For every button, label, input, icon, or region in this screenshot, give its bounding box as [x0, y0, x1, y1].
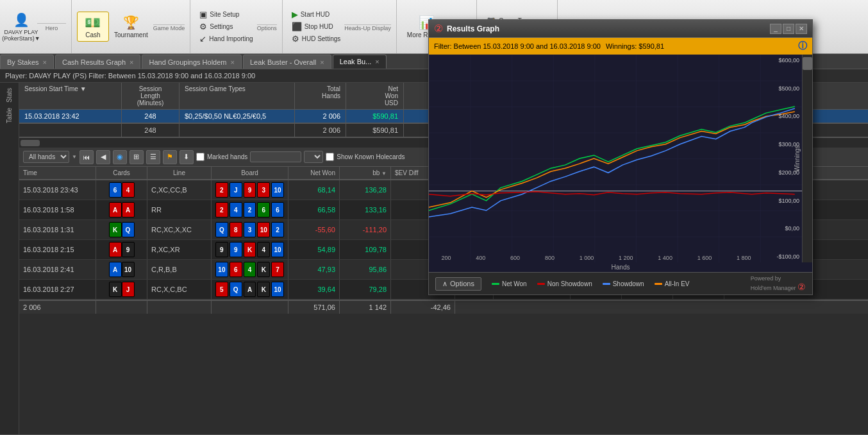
total-game-types [179, 124, 295, 137]
hr-line: RC,X,C,BC [147, 280, 212, 299]
show-holecards-checkbox[interactable] [326, 153, 334, 161]
tournament-button[interactable]: 🏆 Tournament [109, 12, 153, 41]
marked-hands-input[interactable] [250, 151, 301, 162]
modal-titlebar: ② Results Graph _ □ ✕ [429, 20, 812, 38]
hr-time: 16.03.2018 2:41 [19, 260, 96, 279]
modal-info-icon[interactable]: ⓘ [798, 40, 807, 52]
board-card: K [244, 242, 256, 257]
tab-leak-buster-overall[interactable]: Leak Buster - Overall × [243, 55, 331, 69]
tab-by-stakes-close[interactable]: × [43, 58, 47, 66]
replayer-btn[interactable]: ◉ [113, 150, 127, 164]
marked-hands-checkbox[interactable] [196, 153, 204, 161]
tab-cash-results-label: Cash Results Graph [62, 58, 126, 66]
board-card: Q [230, 282, 242, 297]
hero-button[interactable]: 👤 DAVAY PLAY(PokerStars)▼ [5, 10, 37, 44]
tab-leak-buster-close[interactable]: × [375, 58, 379, 65]
cash-icon: 💵 [85, 15, 101, 30]
board-card: 3 [244, 222, 256, 237]
board-card: 8 [230, 222, 242, 237]
board-card: 2 [215, 182, 228, 198]
options-label: Options [450, 280, 474, 287]
marked-hands-select[interactable] [304, 151, 323, 163]
x-axis-labels: 200 400 600 800 1 000 1 200 1 400 1 600 … [429, 255, 764, 261]
legend-showdown: Showdown [603, 280, 644, 287]
hr-line: C,XC,CC,B [147, 180, 212, 200]
col-total-hands: TotalHands [295, 83, 346, 109]
marked-hands-checkbox-label: Marked hands [196, 153, 247, 161]
modal-maximize[interactable]: □ [783, 24, 794, 34]
legend-non-showdown: Non Showdown [537, 280, 592, 287]
tab-by-stakes[interactable]: By Stakes × [0, 55, 54, 69]
all-hands-dropdown[interactable]: All hands [23, 151, 69, 163]
site-setup-icon: ▣ [199, 10, 207, 19]
tab-by-stakes-label: By Stakes [7, 58, 39, 66]
list-view-btn[interactable]: ☰ [146, 150, 160, 164]
board-card: 2 [215, 202, 228, 218]
options-label: Options [257, 24, 277, 31]
hr-bb: 79,28 [340, 280, 391, 299]
game-mode-group: 💵 Cash 🏆 Tournament Game Mode [72, 0, 190, 53]
flag-btn[interactable]: ⚑ [163, 150, 177, 164]
y-label-400: $400,00 [766, 113, 799, 119]
x-1000: 1 000 [580, 255, 594, 261]
hud-group: ▶ Start HUD ⬛ Stop HUD ⚙ HUD Settings He… [283, 0, 397, 53]
tab-hand-groupings[interactable]: Hand Groupings Holdem × [142, 55, 242, 69]
tab-leak-buster-overall-close[interactable]: × [320, 58, 324, 66]
board-card: Q [215, 222, 228, 237]
board-card: 10 [215, 262, 228, 277]
options-section: ▣ Site Setup ⚙ Settings ↙ Hand Importing [196, 6, 256, 47]
table-side-label[interactable]: Table [6, 108, 13, 123]
graph-scrollbar[interactable] [802, 55, 812, 262]
h-scroll-thumb[interactable] [21, 140, 40, 146]
hr-board: 5QAK10 [212, 280, 288, 299]
grid-view-btn[interactable]: ⊞ [129, 150, 144, 164]
modal-footer: ∧ Options Net Won Non Showdown Showdown … [429, 272, 812, 294]
hr-cards: KQ [96, 220, 147, 239]
show-holecards-label: Show Known Holecards [326, 153, 405, 161]
modal-title: Results Graph [447, 24, 769, 33]
total-length: 248 [122, 124, 179, 137]
tab-hand-groupings-close[interactable]: × [231, 58, 235, 66]
card: A [109, 262, 122, 277]
options-button[interactable]: ∧ Options [435, 277, 481, 291]
graph-scroll-thumb[interactable] [803, 57, 812, 70]
start-hud-icon: ▶ [292, 10, 298, 19]
hand-importing-btn[interactable]: ↙ Hand Importing [199, 34, 253, 44]
col-session-length: SessionLength(Minutes) [122, 83, 179, 109]
prev-page-btn[interactable]: ◀ [96, 150, 110, 164]
hand-importing-label: Hand Importing [209, 35, 253, 42]
total-empty-1 [19, 124, 122, 137]
tab-cash-results-graph[interactable]: Cash Results Graph × [55, 55, 140, 69]
total-sev-val: -42,46 [391, 301, 455, 314]
marked-hands-label: Marked hands [207, 153, 247, 160]
stats-side-label[interactable]: Stats [6, 88, 13, 103]
y-label-0: $0,00 [766, 225, 799, 232]
cash-label: Cash [85, 31, 100, 38]
graph-container: $600,00 $500,00 $400,00 $300,00 $200,00 … [429, 55, 802, 262]
card: Q [122, 222, 135, 237]
legend-allin-ev-label: All-In EV [665, 280, 690, 287]
start-hud-btn[interactable]: ▶ Start HUD [292, 10, 330, 19]
hud-section: ▶ Start HUD ⬛ Stop HUD ⚙ HUD Settings [288, 6, 345, 47]
settings-btn[interactable]: ⚙ Settings [199, 22, 233, 31]
modal-close[interactable]: ✕ [796, 24, 807, 34]
hud-settings-btn[interactable]: ⚙ HUD Settings [292, 34, 341, 44]
cash-button[interactable]: 💵 Cash [77, 12, 109, 42]
stop-hud-btn[interactable]: ⬛ Stop HUD [292, 22, 333, 31]
export-btn[interactable]: ⬇ [179, 150, 194, 164]
card: 10 [122, 262, 135, 277]
modal-minimize[interactable]: _ [770, 24, 781, 34]
tab-leak-buster[interactable]: Leak Bu... × [333, 55, 387, 69]
site-setup-btn[interactable]: ▣ Site Setup [199, 10, 239, 19]
board-card: 10 [271, 282, 284, 297]
settings-icon: ⚙ [199, 22, 207, 31]
stop-hud-icon: ⬛ [292, 22, 302, 31]
board-card: A [244, 282, 256, 297]
hr-bb: 95,86 [340, 260, 391, 279]
board-card: 2 [271, 222, 284, 237]
total-cards-empty [96, 301, 147, 314]
tab-cash-results-close[interactable]: × [129, 58, 133, 66]
first-page-btn[interactable]: ⏮ [79, 150, 94, 164]
total-bb-val: 1 142 [340, 301, 391, 314]
board-card: 5 [215, 282, 228, 297]
